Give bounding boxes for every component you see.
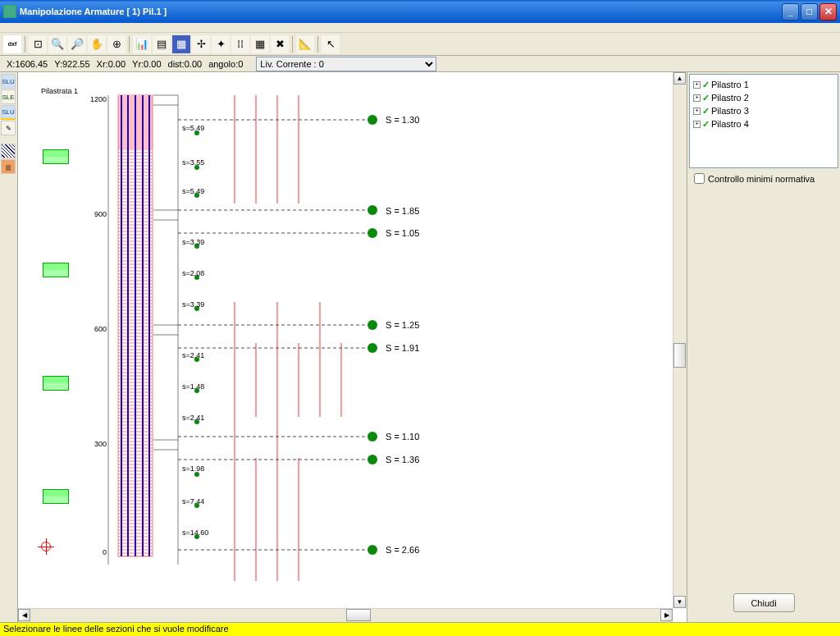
s-big-label: S = 1.36 — [386, 455, 419, 464]
svg-point-44 — [368, 228, 377, 238]
tree-item[interactable]: +✓Pilastro 4 — [693, 117, 834, 130]
s-small-label: s=14.60 — [182, 528, 208, 537]
svg-point-46 — [368, 343, 377, 353]
minimize-button[interactable]: _ — [782, 3, 799, 21]
s-small-label: s=1.48 — [182, 382, 204, 391]
tree-item[interactable]: +✓Pilastro 1 — [693, 78, 834, 91]
check-icon: ✓ — [702, 106, 710, 117]
menubar — [0, 23, 840, 33]
s-big-label: S = 1.10 — [386, 432, 419, 442]
svg-point-43 — [368, 205, 377, 215]
check-icon: ✓ — [702, 80, 710, 90]
scroll-v-thumb[interactable] — [673, 343, 686, 368]
controllo-minimi-checkbox[interactable] — [694, 173, 705, 184]
expand-icon[interactable]: + — [693, 81, 701, 89]
right-panel: +✓Pilastro 1+✓Pilastro 2+✓Pilastro 3+✓Pi… — [687, 72, 840, 622]
coord-yr: Yr:0.00 — [132, 59, 161, 69]
expand-icon[interactable]: + — [693, 121, 701, 128]
vertical-scrollbar[interactable]: ▲ ▼ — [673, 72, 687, 608]
dots-icon[interactable]: ⁞⁞ — [231, 35, 249, 53]
slu2-button[interactable]: SLU — [1, 105, 16, 120]
y-tick-label: 0 — [89, 548, 107, 556]
coord-angolo: angolo:0 — [208, 59, 243, 69]
drawing-canvas[interactable]: Pilastrata 1 — [18, 72, 673, 608]
snap-icon[interactable]: ✢ — [192, 35, 210, 53]
tree-item-label: Pilastro 3 — [711, 106, 749, 116]
left-toolbar: SLU SLE SLU ✎ ||| — [0, 72, 18, 622]
measure-icon[interactable]: 📐 — [296, 35, 314, 53]
zoom-extents-icon[interactable]: ⊕ — [107, 35, 126, 53]
diagram-svg — [18, 72, 674, 597]
cross-icon[interactable]: ✖ — [271, 35, 289, 53]
pan-icon[interactable]: ✋ — [88, 35, 106, 53]
chiudi-button[interactable]: Chiudi — [733, 593, 795, 612]
y-tick-label: 600 — [89, 325, 107, 333]
pattern-button[interactable] — [1, 144, 16, 158]
app-icon — [3, 5, 16, 18]
layers-icon[interactable]: ▤ — [153, 35, 171, 53]
scroll-up-arrow[interactable]: ▲ — [673, 72, 686, 85]
tree-item-label: Pilastro 2 — [711, 93, 749, 103]
titlebar: Manipolazione Armature [ 1) Pil.1 ] _ □ … — [0, 0, 840, 23]
maximize-button[interactable]: □ — [801, 3, 818, 21]
scroll-right-arrow[interactable]: ▶ — [660, 609, 673, 621]
s-small-label: s=5.49 — [182, 124, 204, 132]
s-small-label: s=3.39 — [182, 300, 204, 309]
s-small-label: s=3.55 — [182, 158, 204, 167]
chart-icon[interactable]: 📊 — [133, 35, 151, 53]
svg-point-45 — [368, 320, 377, 330]
pilastro-tree[interactable]: +✓Pilastro 1+✓Pilastro 2+✓Pilastro 3+✓Pi… — [689, 74, 838, 168]
s-small-label: s=3.39 — [182, 238, 204, 246]
zoom-out-icon[interactable]: 🔎 — [68, 35, 86, 53]
status-text: Selezionare le linee delle sezioni che s… — [3, 624, 229, 634]
window-title: Manipolazione Armature [ 1) Pil.1 ] — [20, 7, 782, 16]
pencil-icon[interactable]: ✎ — [1, 121, 16, 135]
scroll-h-thumb[interactable] — [346, 609, 371, 621]
tree-item[interactable]: +✓Pilastro 3 — [693, 104, 834, 117]
arrow-icon[interactable]: ↖ — [322, 35, 340, 53]
s-big-label: S = 1.30 — [386, 115, 419, 125]
tree-item[interactable]: +✓Pilastro 2 — [693, 91, 834, 104]
svg-point-47 — [368, 432, 377, 442]
svg-point-42 — [368, 115, 377, 125]
expand-icon[interactable]: + — [693, 108, 701, 115]
horizontal-scrollbar[interactable]: ◀ ▶ — [18, 608, 673, 622]
check-icon: ✓ — [702, 93, 710, 103]
point-icon[interactable]: ✦ — [212, 35, 230, 53]
close-window-button[interactable]: ✕ — [819, 3, 837, 21]
s-small-label: s=1.98 — [182, 464, 204, 473]
s-small-label: s=2.41 — [182, 351, 204, 359]
sle-button[interactable]: SLE — [1, 89, 16, 104]
svg-point-49 — [368, 545, 377, 555]
y-tick-label: 300 — [89, 440, 107, 448]
main-toolbar: dxf ⊡ 🔍 🔎 ✋ ⊕ 📊 ▤ ▦ ✢ ✦ ⁞⁞ ▦ ✖ 📐 ↖ — [0, 33, 840, 56]
zoom-window-icon[interactable]: ⊡ — [29, 35, 47, 53]
s-small-label: s=2.08 — [182, 269, 204, 277]
s-small-label: s=5.49 — [182, 187, 204, 195]
zoom-in-icon[interactable]: 🔍 — [48, 35, 66, 53]
coord-y: Y:922.55 — [54, 59, 89, 69]
tree-item-label: Pilastro 4 — [711, 119, 749, 129]
y-tick-label: 900 — [89, 210, 107, 218]
svg-rect-23 — [118, 95, 153, 556]
s-big-label: S = 2.66 — [386, 545, 419, 555]
status-bar: Selezionare le linee delle sezioni che s… — [0, 622, 840, 636]
svg-point-48 — [368, 455, 377, 464]
hatch-button[interactable]: ||| — [1, 159, 16, 174]
s-big-label: S = 1.25 — [386, 320, 419, 330]
level-select[interactable]: Liv. Corrente : 0 — [256, 57, 436, 71]
s-big-label: S = 1.05 — [386, 228, 419, 238]
grid2-icon[interactable]: ▦ — [251, 35, 269, 53]
grid-icon[interactable]: ▦ — [172, 35, 190, 53]
s-big-label: S = 1.91 — [386, 343, 419, 353]
canvas-container: Pilastrata 1 — [18, 72, 687, 622]
coords-bar: X:1606.45 Y:922.55 Xr:0.00 Yr:0.00 dist:… — [0, 56, 840, 72]
dxf-icon[interactable]: dxf — [3, 35, 21, 53]
slu-button[interactable]: SLU — [1, 74, 16, 89]
s-small-label: s=2.41 — [182, 414, 204, 422]
expand-icon[interactable]: + — [693, 94, 701, 102]
s-big-label: S = 1.85 — [386, 206, 419, 216]
check-icon: ✓ — [702, 119, 710, 130]
scroll-left-arrow[interactable]: ◀ — [18, 609, 30, 621]
scroll-down-arrow[interactable]: ▼ — [673, 596, 686, 608]
